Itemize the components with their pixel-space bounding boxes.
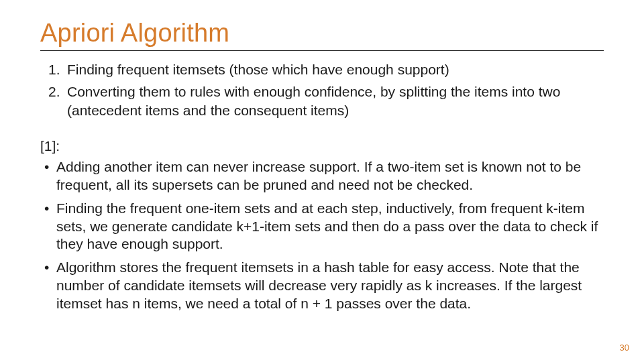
bullet-list: Adding another item can never increase s… xyxy=(44,158,604,313)
bullet-item: Adding another item can never increase s… xyxy=(44,158,604,194)
numbered-list: Finding frequent itemsets (those which h… xyxy=(44,60,604,119)
bullet-item: Algorithm stores the frequent itemsets i… xyxy=(44,259,604,313)
slide-title: Apriori Algorithm xyxy=(40,19,604,51)
numbered-item: Finding frequent itemsets (those which h… xyxy=(44,60,604,78)
page-number: 30 xyxy=(620,343,629,353)
reference-label: [1]: xyxy=(40,138,604,154)
slide-content: Apriori Algorithm Finding frequent items… xyxy=(0,0,644,332)
numbered-item: Converting them to rules with enough con… xyxy=(44,82,604,119)
bullet-item: Finding the frequent one-item sets and a… xyxy=(44,200,604,254)
